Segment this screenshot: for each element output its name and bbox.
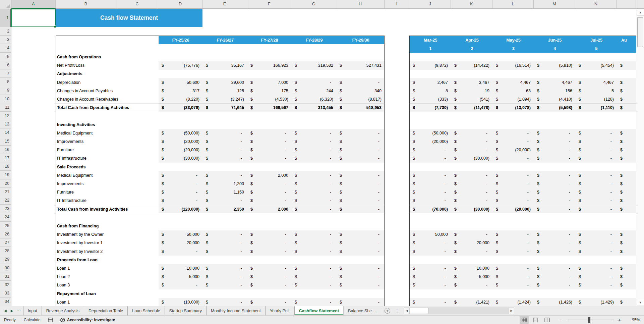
cell[interactable]: $-	[410, 239, 451, 247]
row-label[interactable]: Loan 1	[57, 264, 70, 272]
cell[interactable]: $-	[410, 281, 451, 289]
row-label[interactable]: Furniture	[57, 188, 74, 197]
cell[interactable]: $(20,000)	[493, 146, 534, 154]
cell[interactable]: $7,000	[247, 78, 292, 87]
column-header-a[interactable]: A	[11, 0, 56, 9]
cell[interactable]: $	[617, 104, 636, 112]
cell[interactable]: $(20,000)	[159, 137, 203, 146]
cell[interactable]: $-	[576, 137, 617, 146]
column-header-b[interactable]: B	[56, 0, 116, 9]
horizontal-scrollbar[interactable]: ◀ ▶	[404, 308, 514, 314]
row-header-4[interactable]: 4	[0, 44, 11, 52]
row-label[interactable]: Adjustments	[57, 70, 82, 78]
cell[interactable]: $-	[203, 230, 247, 239]
cell[interactable]: $-	[337, 247, 385, 256]
cell[interactable]: $4,467	[534, 78, 576, 87]
row-header-31[interactable]: 31	[0, 272, 11, 281]
cell[interactable]: $-	[493, 171, 534, 179]
row-label[interactable]: Improvements	[57, 137, 83, 146]
month-number-header[interactable]: 1	[410, 44, 451, 53]
cell[interactable]: $(1,421)	[451, 298, 493, 306]
cell[interactable]: $20,000	[159, 239, 203, 247]
cell[interactable]: $-	[247, 298, 292, 306]
cell[interactable]: $50,600	[159, 78, 203, 87]
month-column-header[interactable]: Jul-25	[576, 36, 617, 44]
cell[interactable]: $-	[493, 273, 534, 281]
cell[interactable]: $(333)	[410, 95, 451, 103]
select-all-corner[interactable]	[0, 0, 11, 9]
row-header-24[interactable]: 24	[0, 213, 11, 221]
sheet-tab-cashflow-statement[interactable]: Cashflow Statement	[295, 306, 344, 315]
cell[interactable]: $50,000	[159, 230, 203, 239]
cell[interactable]: $(50,000)	[410, 129, 451, 137]
cell[interactable]: $63	[493, 87, 534, 95]
cell[interactable]: $	[617, 239, 636, 247]
cell[interactable]: $-	[337, 230, 385, 239]
column-header-j[interactable]: J	[409, 0, 451, 9]
hscroll-left-arrow-icon[interactable]: ◀	[404, 308, 410, 314]
cell[interactable]: $35,167	[203, 61, 247, 70]
cell[interactable]: $-	[451, 230, 493, 239]
cell[interactable]: $125	[203, 87, 247, 95]
cell[interactable]: $-	[292, 154, 337, 163]
cell[interactable]: $-	[247, 188, 292, 197]
cell[interactable]: $-	[159, 179, 203, 188]
row-header-25[interactable]: 25	[0, 222, 11, 230]
zoom-level[interactable]: 95%	[625, 318, 640, 322]
tab-scroll-left-icon[interactable]: ◀	[4, 309, 7, 313]
row-header-17[interactable]: 17	[0, 154, 11, 162]
cell[interactable]: $-	[493, 137, 534, 146]
row-header-13[interactable]: 13	[0, 120, 11, 128]
row-label[interactable]: Depreciation	[57, 78, 80, 87]
cell[interactable]: $527,431	[337, 61, 385, 70]
cell[interactable]: $-	[292, 137, 337, 146]
cell[interactable]: $39,600	[203, 78, 247, 87]
row-label[interactable]: Proceeds from Loan	[57, 256, 98, 264]
cell[interactable]: $-	[451, 179, 493, 188]
row-header-10[interactable]: 10	[0, 95, 11, 103]
row-header-8[interactable]: 8	[0, 78, 11, 86]
row-label[interactable]: Medical Equipment	[57, 171, 93, 179]
cell[interactable]: $166,923	[247, 61, 292, 70]
cell[interactable]: $(5,454)	[576, 61, 617, 70]
cell[interactable]: $2,467	[410, 78, 451, 87]
cell[interactable]: $-	[410, 247, 451, 256]
cell[interactable]: $	[617, 137, 636, 146]
cell[interactable]: $244	[292, 87, 337, 95]
cell[interactable]: $319,532	[292, 61, 337, 70]
cell[interactable]: $50,000	[410, 230, 451, 239]
zoom-slider[interactable]	[567, 320, 614, 320]
cell[interactable]: $-	[337, 281, 385, 289]
column-header-partial[interactable]	[617, 0, 636, 9]
cell[interactable]: $-	[247, 146, 292, 154]
cell[interactable]: $-	[576, 179, 617, 188]
cell[interactable]: $2,000	[247, 205, 292, 213]
row-header-29[interactable]: 29	[0, 255, 11, 264]
cell[interactable]: $(30,000)	[451, 205, 493, 213]
new-sheet-button[interactable]: +	[382, 306, 392, 315]
cell[interactable]: $-	[292, 230, 337, 239]
cell[interactable]: $-	[534, 281, 576, 289]
cell[interactable]: $-	[576, 197, 617, 205]
cell[interactable]: $	[617, 188, 636, 197]
accessibility-checker-button[interactable]: Accessibility: Investigate	[56, 317, 118, 323]
cell[interactable]: $-	[451, 129, 493, 137]
cell[interactable]: $3,467	[451, 78, 493, 87]
month-number-header[interactable]: 4	[534, 44, 576, 53]
cell[interactable]: $-	[576, 171, 617, 179]
cell[interactable]: $-	[292, 146, 337, 154]
tab-options-kebab-icon[interactable]: ⋮	[392, 306, 402, 315]
month-column-header[interactable]: Jun-25	[534, 36, 576, 44]
cell[interactable]: $313,455	[292, 104, 337, 112]
row-label[interactable]: Investing Activities	[57, 120, 95, 129]
cell[interactable]: $-	[292, 171, 337, 179]
cell[interactable]: $-	[451, 281, 493, 289]
cell[interactable]: $-	[337, 197, 385, 205]
cell[interactable]: $-	[159, 197, 203, 205]
cell[interactable]: $-	[292, 247, 337, 256]
cell[interactable]: $(1,094)	[493, 95, 534, 103]
cell[interactable]: $(33,079)	[159, 104, 203, 112]
cell[interactable]: $-	[493, 247, 534, 256]
active-cell-selection[interactable]	[11, 9, 56, 27]
cell[interactable]: $-	[203, 264, 247, 272]
